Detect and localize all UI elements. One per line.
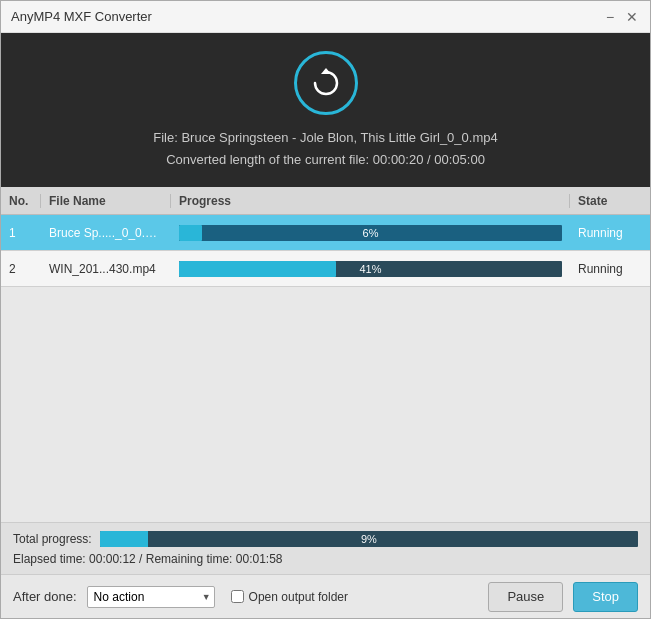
cell-filename: Bruce Sp....._0_0.mp4 <box>41 226 171 240</box>
after-done-label: After done: <box>13 589 77 604</box>
progress-label: 41% <box>179 261 562 277</box>
progress-bar-wrap: 41% <box>179 261 562 277</box>
close-button[interactable]: ✕ <box>624 9 640 25</box>
col-no: No. <box>1 194 41 208</box>
bottom-section: Total progress: 9% Elapsed time: 00:00:1… <box>1 522 650 574</box>
refresh-svg <box>309 66 343 100</box>
total-progress-label: Total progress: <box>13 532 92 546</box>
progress-label: 6% <box>179 225 562 241</box>
footer: After done: No action Open output folder… <box>1 574 650 618</box>
minimize-button[interactable]: − <box>602 9 618 25</box>
file-info: File: Bruce Springsteen - Jole Blon, Thi… <box>153 127 497 149</box>
pause-button[interactable]: Pause <box>488 582 563 612</box>
col-progress: Progress <box>171 194 570 208</box>
cell-state: Running <box>570 226 650 240</box>
cell-no: 1 <box>1 226 41 240</box>
col-state: State <box>570 194 650 208</box>
banner: File: Bruce Springsteen - Jole Blon, Thi… <box>1 33 650 187</box>
cell-no: 2 <box>1 262 41 276</box>
cell-progress: 6% <box>171 225 570 241</box>
open-output-checkbox[interactable] <box>231 590 244 603</box>
main-window: AnyMP4 MXF Converter − ✕ File: Bruce Spr… <box>0 0 651 619</box>
title-bar: AnyMP4 MXF Converter − ✕ <box>1 1 650 33</box>
svg-marker-0 <box>321 68 331 74</box>
cell-state: Running <box>570 262 650 276</box>
stop-button[interactable]: Stop <box>573 582 638 612</box>
table-body: 1 Bruce Sp....._0_0.mp4 6% Running 2 WIN… <box>1 215 650 522</box>
progress-bar-wrap: 6% <box>179 225 562 241</box>
table-row[interactable]: 2 WIN_201...430.mp4 41% Running <box>1 251 650 287</box>
file-table: No. File Name Progress State 1 Bruce Sp.… <box>1 187 650 522</box>
refresh-icon <box>294 51 358 115</box>
window-title: AnyMP4 MXF Converter <box>11 9 152 24</box>
empty-table-space <box>1 287 650 427</box>
title-bar-controls: − ✕ <box>602 9 640 25</box>
col-filename: File Name <box>41 194 171 208</box>
title-bar-left: AnyMP4 MXF Converter <box>11 9 152 24</box>
total-bar-label: 9% <box>100 531 638 547</box>
after-done-select-wrap[interactable]: No action Open output folder Shut down H… <box>87 586 215 608</box>
cell-filename: WIN_201...430.mp4 <box>41 262 171 276</box>
banner-text: File: Bruce Springsteen - Jole Blon, Thi… <box>153 127 497 171</box>
elapsed-row: Elapsed time: 00:00:12 / Remaining time:… <box>13 552 638 566</box>
open-output-wrap: Open output folder <box>231 590 348 604</box>
total-progress-bar: 9% <box>100 531 638 547</box>
after-done-select[interactable]: No action Open output folder Shut down H… <box>87 586 215 608</box>
converted-length: Converted length of the current file: 00… <box>153 149 497 171</box>
table-row[interactable]: 1 Bruce Sp....._0_0.mp4 6% Running <box>1 215 650 251</box>
open-output-label: Open output folder <box>249 590 348 604</box>
total-progress-row: Total progress: 9% <box>13 531 638 547</box>
table-header: No. File Name Progress State <box>1 187 650 215</box>
cell-progress: 41% <box>171 261 570 277</box>
